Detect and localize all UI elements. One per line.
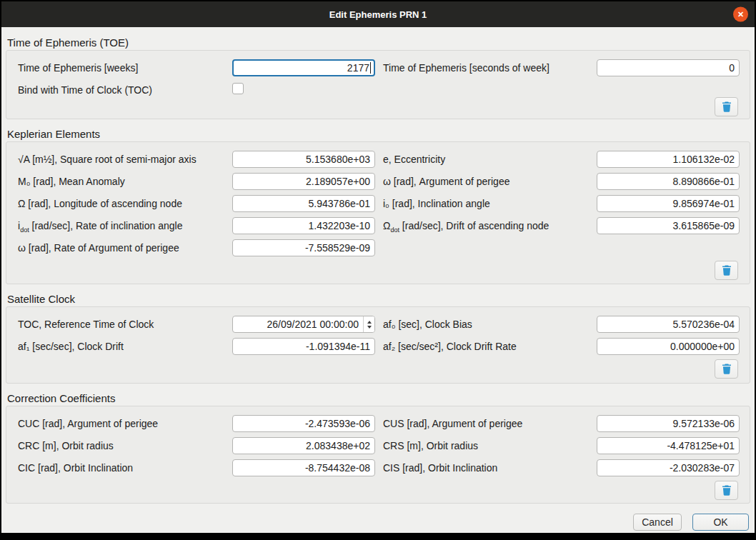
mean-anomaly-label: M₀ [rad], Mean Anomaly [18, 173, 232, 190]
section-title-clock: Satellite Clock [7, 293, 755, 305]
ok-button[interactable]: OK [692, 514, 749, 531]
toe-weeks-label: Time of Ephemeris [weeks] [18, 59, 232, 76]
cic-input[interactable] [232, 459, 375, 476]
inclination-input[interactable] [597, 195, 740, 212]
toe-weeks-input[interactable] [234, 61, 374, 75]
kepler-delete-button[interactable] [715, 261, 738, 280]
section-correction: CUC [rad], Argument of perigee CUS [rad]… [6, 406, 750, 504]
sqrt-a-input[interactable] [232, 151, 375, 168]
section-title-toe: Time of Ephemeris (TOE) [7, 36, 755, 49]
clock-drift-input[interactable] [232, 338, 375, 355]
trash-icon [722, 101, 732, 112]
crs-input[interactable] [597, 437, 740, 454]
toc-label: TOC, Reference Time of Clock [18, 316, 232, 333]
section-title-correction: Correction Coefficients [7, 392, 755, 404]
spin-down-icon[interactable] [367, 326, 372, 329]
text-caret [370, 62, 371, 74]
ascending-node-label: Ω [rad], Longitude of ascending node [18, 195, 232, 212]
cus-label: CUS [rad], Argument of perigee [375, 415, 597, 432]
cic-label: CIC [rad], Orbit Inclination [18, 459, 232, 476]
trash-icon [722, 265, 732, 276]
cis-input[interactable] [597, 459, 740, 476]
inclination-rate-label: idot [rad/sec], Rate of inclination angl… [18, 217, 232, 234]
toe-weeks-fieldbox [232, 59, 375, 76]
toc-datetime-input[interactable] [233, 316, 363, 332]
eccentricity-input[interactable] [597, 151, 740, 168]
cuc-input[interactable] [232, 415, 375, 432]
dialog-content: Time of Ephemeris (TOE) Time of Ephemeri… [1, 27, 755, 533]
crc-label: CRC [m], Orbit radius [18, 437, 232, 454]
clock-drift-rate-input[interactable] [597, 338, 740, 355]
eccentricity-label: e, Eccentricity [375, 151, 597, 168]
arg-perigee-label: ω [rad], Argument of perigee [375, 173, 597, 190]
section-title-kepler: Keplerian Elements [7, 128, 755, 140]
arg-perigee-input[interactable] [597, 173, 740, 190]
trash-icon [722, 364, 732, 374]
trash-icon [722, 485, 732, 496]
dialog-title: Edit Ephemeris PRN 1 [329, 9, 427, 20]
bind-toc-label: Bind with Time of Clock (TOC) [18, 81, 232, 94]
clock-bias-input[interactable] [597, 316, 740, 333]
sqrt-a-label: √A [m½], Square root of semi-major axis [18, 151, 232, 168]
titlebar[interactable]: Edit Ephemeris PRN 1 ✕ [1, 1, 755, 27]
footer: Cancel OK [1, 514, 749, 531]
clock-bias-label: af₀ [sec], Clock Bias [375, 316, 597, 333]
mean-anomaly-input[interactable] [232, 173, 375, 190]
node-drift-input[interactable] [597, 217, 740, 234]
toe-seconds-input[interactable] [597, 59, 740, 76]
bind-toc-checkbox[interactable] [232, 83, 244, 94]
spacer [375, 239, 597, 256]
close-button[interactable]: ✕ [733, 7, 748, 22]
spacer [597, 239, 740, 256]
correction-delete-button[interactable] [715, 481, 738, 500]
spin-up-icon[interactable] [367, 321, 372, 324]
section-clock: TOC, Reference Time of Clock af₀ [sec], … [6, 306, 750, 384]
clock-drift-rate-label: af₂ [sec/sec²], Clock Drift Rate [375, 338, 597, 355]
cancel-button[interactable]: Cancel [633, 514, 682, 531]
toe-seconds-label: Time of Ephemeris [seconds of week] [375, 59, 597, 76]
spacer [597, 81, 740, 94]
ascending-node-input[interactable] [232, 195, 375, 212]
section-kepler: √A [m½], Square root of semi-major axis … [6, 141, 750, 284]
toc-spinner[interactable] [363, 316, 374, 332]
perigee-rate-input[interactable] [232, 239, 375, 256]
spacer [375, 81, 597, 94]
dialog-window: Edit Ephemeris PRN 1 ✕ Time of Ephemeris… [0, 0, 756, 540]
crc-input[interactable] [232, 437, 375, 454]
toe-delete-button[interactable] [715, 97, 738, 116]
section-toe: Time of Ephemeris [weeks] Time of Epheme… [6, 50, 750, 119]
perigee-rate-label: ω [rad], Rate of Argument of perigee [18, 239, 232, 256]
node-drift-label: Ωdot [rad/sec], Drift of ascending node [375, 217, 597, 234]
inclination-label: i₀ [rad], Inclination angle [375, 195, 597, 212]
inclination-rate-input[interactable] [232, 217, 375, 234]
cus-input[interactable] [597, 415, 740, 432]
crs-label: CRS [m], Orbit radius [375, 437, 597, 454]
close-icon: ✕ [737, 10, 744, 19]
clock-drift-label: af₁ [sec/sec], Clock Drift [18, 338, 232, 355]
cis-label: CIS [rad], Orbit Inclination [375, 459, 597, 476]
toc-datetime-fieldbox [232, 316, 375, 333]
clock-delete-button[interactable] [715, 359, 738, 379]
cuc-label: CUC [rad], Argument of perigee [18, 415, 232, 432]
